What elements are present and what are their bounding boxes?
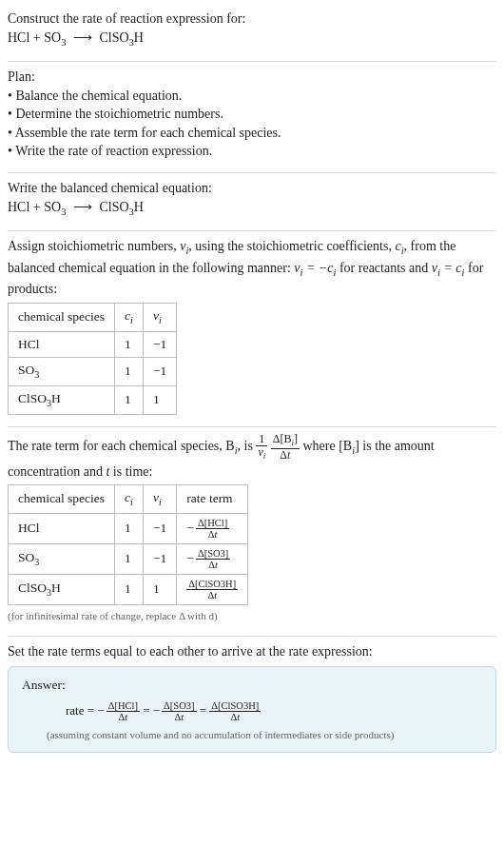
assign-section: Assign stoichiometric numbers, νi, using… bbox=[8, 233, 496, 424]
hdr-species: chemical species bbox=[9, 303, 115, 331]
isub: i bbox=[159, 314, 162, 325]
plan-item-3-text: Assemble the rate term for each chemical… bbox=[15, 126, 281, 140]
plan-section: Plan: • Balance the chemical equation. •… bbox=[8, 64, 496, 170]
t: t bbox=[181, 712, 184, 722]
plan-item-4-text: Write the rate of reaction expression. bbox=[15, 144, 212, 158]
cell-c: 1 bbox=[115, 358, 144, 386]
rt5: is time: bbox=[109, 464, 152, 479]
hdr-ci: ci bbox=[115, 485, 144, 514]
frac: Δ[ClSO3H]Δt bbox=[186, 579, 238, 600]
eqpc: = c bbox=[440, 261, 462, 275]
plan-item-2-text: Determine the stoichiometric numbers. bbox=[15, 107, 223, 121]
cell-v: 1 bbox=[143, 386, 176, 415]
species-hcl: HCl bbox=[8, 30, 29, 45]
cell-c: 1 bbox=[115, 575, 144, 605]
answer-label: Answer: bbox=[22, 677, 482, 695]
so: SO bbox=[18, 550, 34, 564]
cell-species: HCl bbox=[9, 331, 115, 358]
divider bbox=[8, 172, 496, 173]
delta: Δ bbox=[280, 448, 287, 462]
answer-note: (assuming constant volume and no accumul… bbox=[22, 728, 482, 742]
hdr-rate: rate term bbox=[177, 485, 248, 514]
cell-species: ClSO3H bbox=[9, 386, 115, 415]
dBnum: Δ[B bbox=[273, 432, 292, 445]
t: t bbox=[125, 712, 127, 722]
rate-expression: rate = −Δ[HCl]Δt = −Δ[SO3]Δt = Δ[ClSO3H]… bbox=[41, 700, 482, 722]
minus: − bbox=[97, 703, 104, 718]
sub3: 3 bbox=[61, 36, 66, 47]
t: t bbox=[237, 712, 240, 722]
plan-item-1-text: Balance the chemical equation. bbox=[15, 89, 182, 103]
cell-species: SO3 bbox=[9, 358, 115, 386]
table-row: ClSO3H 1 1 bbox=[9, 386, 177, 415]
t: t bbox=[214, 590, 217, 600]
divider bbox=[8, 230, 496, 231]
minus: − bbox=[153, 703, 160, 718]
den-dt: Δt bbox=[271, 449, 300, 462]
clso: ClSO bbox=[18, 581, 47, 595]
cell-v: −1 bbox=[143, 331, 176, 358]
d: Δt bbox=[107, 712, 140, 722]
sub3: 3 bbox=[61, 206, 66, 216]
arrow-icon: ⟶ bbox=[73, 198, 92, 217]
frac-clso3h: Δ[ClSO3H]Δt bbox=[209, 700, 261, 722]
species-so: SO bbox=[44, 30, 61, 45]
numclso3h: Δ[ClSO3H] bbox=[186, 579, 238, 590]
nu-eq-neg-c: νi = −ci bbox=[294, 261, 336, 275]
isub: i bbox=[130, 497, 133, 507]
eq1: = bbox=[140, 703, 153, 718]
divider bbox=[8, 61, 496, 62]
divider bbox=[8, 426, 496, 427]
rt2: , is bbox=[238, 440, 257, 454]
frac: Δ[SO3]Δt bbox=[196, 548, 230, 570]
t4: for reactants and bbox=[336, 261, 431, 275]
assign-text: Assign stoichiometric numbers, νi, using… bbox=[8, 237, 496, 299]
den-nu: νi bbox=[256, 446, 267, 462]
frac-hcl: Δ[HCl]Δt bbox=[107, 700, 140, 722]
cell-c: 1 bbox=[115, 331, 144, 358]
prompt-line1: Construct the rate of reaction expressio… bbox=[8, 10, 496, 29]
final-intro: Set the rate terms equal to each other t… bbox=[8, 642, 496, 661]
table-row: SO3 1 −1 −Δ[SO3]Δt bbox=[9, 544, 248, 575]
species-hcl: HCl bbox=[8, 200, 29, 214]
plan-item-3: • Assemble the rate term for each chemic… bbox=[8, 124, 496, 143]
answer-box: Answer: rate = −Δ[HCl]Δt = −Δ[SO3]Δt = Δ… bbox=[8, 666, 496, 753]
prompt-section: Construct the rate of reaction expressio… bbox=[8, 6, 496, 59]
cell-rate: Δ[ClSO3H]Δt bbox=[177, 575, 248, 605]
cell-v: 1 bbox=[143, 575, 176, 605]
divider bbox=[8, 636, 496, 637]
plus: + bbox=[29, 200, 44, 214]
t: t bbox=[215, 560, 218, 570]
balanced-section: Write the balanced chemical equation: HC… bbox=[8, 175, 496, 228]
hdr-nui: νi bbox=[143, 485, 176, 514]
plus: + bbox=[29, 30, 44, 45]
num-dbi: Δ[Bi] bbox=[271, 433, 300, 449]
num1: 1 bbox=[256, 433, 267, 446]
table-row: HCl 1 −1 −Δ[HCl]Δt bbox=[9, 514, 248, 544]
rt1: The rate term for each chemical species,… bbox=[8, 440, 235, 454]
n: Δ[HCl] bbox=[107, 700, 140, 712]
cell-c: 1 bbox=[115, 386, 144, 415]
eq2: = bbox=[197, 703, 210, 718]
hdr-nui: νi bbox=[143, 303, 176, 331]
numhcl: Δ[HCl] bbox=[196, 518, 229, 529]
eqnc: = −c bbox=[302, 261, 333, 275]
c-i: ci bbox=[395, 239, 403, 253]
frac-dBi-dt: Δ[Bi]Δt bbox=[271, 433, 300, 462]
den: Δt bbox=[186, 590, 238, 600]
n: Δ[ClSO3H] bbox=[209, 700, 261, 712]
species-h: H bbox=[134, 200, 144, 214]
so: SO bbox=[18, 363, 34, 377]
frac-one-over-nu: 1νi bbox=[256, 433, 267, 462]
plan-heading: Plan: bbox=[8, 68, 496, 87]
plan-item-1: • Balance the chemical equation. bbox=[8, 87, 496, 106]
t1: Assign stoichiometric numbers, bbox=[8, 239, 180, 253]
cell-species: SO3 bbox=[9, 544, 115, 575]
t: t bbox=[214, 529, 217, 540]
t2: , using the stoichiometric coefficients, bbox=[188, 239, 395, 253]
hdr-ci: ci bbox=[115, 303, 144, 331]
rate-word: rate = bbox=[66, 703, 97, 718]
numso3: Δ[SO3] bbox=[196, 548, 230, 560]
species-clso: ClSO bbox=[99, 200, 128, 214]
dBclose: ] bbox=[294, 432, 298, 445]
